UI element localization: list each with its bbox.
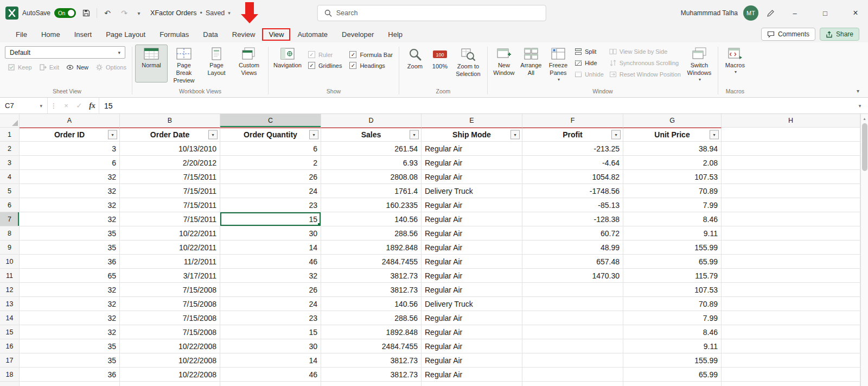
cell-C17[interactable]: 14 [220,353,321,368]
cell-G2[interactable]: 38.94 [623,142,722,156]
cell-G15[interactable]: 8.46 [623,325,722,339]
cell-E13[interactable]: Delivery Truck [422,297,522,311]
page-layout-button[interactable]: Page Layout [200,45,233,83]
cell-D3[interactable]: 6.93 [321,156,422,170]
cell-F6[interactable]: -85.13 [522,198,623,212]
row-header-1[interactable]: 1 [0,128,20,142]
cell-D17[interactable]: 3812.73 [321,353,422,368]
cell-H3[interactable] [722,156,860,170]
exit-button[interactable]: Exit [36,62,62,72]
cell-B12[interactable]: 7/15/2008 [120,283,220,297]
row-header-8[interactable]: 8 [0,226,20,241]
excel-app-icon[interactable] [5,7,18,20]
cell-C19[interactable] [220,382,321,386]
cell-H16[interactable] [722,339,860,353]
select-all-button[interactable] [0,114,20,128]
tab-page-layout[interactable]: Page Layout [99,28,152,41]
cell-C13[interactable]: 24 [220,297,321,311]
cell-D10[interactable]: 2484.7455 [321,255,422,269]
collapse-ribbon-chevron[interactable]: ▾ [857,88,859,94]
zoom-button[interactable]: Zoom [402,45,428,83]
cell-D4[interactable]: 2808.08 [321,170,422,184]
cell-D11[interactable]: 3812.73 [321,269,422,283]
table-header-order-quantity[interactable]: Order Quantity▾ [220,128,321,142]
fill-handle[interactable] [318,223,321,226]
row-header-2[interactable]: 2 [0,142,20,156]
cell-C4[interactable]: 26 [220,170,321,184]
filter-dropdown-button[interactable]: ▾ [309,130,318,140]
cell-E9[interactable]: Regular Air [422,241,522,255]
cell-C3[interactable]: 2 [220,156,321,170]
column-header-G[interactable]: G [623,114,722,128]
name-box[interactable]: C7 ▾ [0,98,48,113]
cell-D16[interactable]: 2484.7455 [321,339,422,353]
column-header-A[interactable]: A [20,114,120,128]
share-button[interactable]: Share [820,28,859,41]
navigation-button[interactable]: Navigation [271,45,304,83]
cell-E2[interactable]: Regular Air [422,142,522,156]
cancel-button[interactable]: × [60,102,73,110]
cell-F9[interactable]: 48.99 [522,241,623,255]
cell-A3[interactable]: 6 [20,156,120,170]
customize-quick-access-chevron[interactable]: ▾ [135,7,143,20]
cell-G18[interactable]: 65.99 [623,368,722,382]
tab-data[interactable]: Data [196,28,225,41]
cell-D5[interactable]: 1761.4 [321,184,422,198]
cell-G14[interactable]: 7.99 [623,311,722,325]
cell-C15[interactable]: 15 [220,325,321,339]
cell-A7[interactable]: 32 [20,212,120,226]
gridlines-checkbox[interactable]: ✓ Gridlines [308,62,342,69]
cell-G13[interactable]: 70.89 [623,297,722,311]
keep-button[interactable]: Keep [5,62,35,72]
tab-developer[interactable]: Developer [335,28,381,41]
row-header-11[interactable]: 11 [0,269,20,283]
cell-B11[interactable]: 3/17/2011 [120,269,220,283]
cell-D15[interactable]: 1892.848 [321,325,422,339]
cell-E19[interactable] [422,382,522,386]
cell-H18[interactable] [722,368,860,382]
cell-B17[interactable]: 10/22/2008 [120,353,220,368]
cell-H11[interactable] [722,269,860,283]
cell-C18[interactable]: 46 [220,368,321,382]
cell-F10[interactable]: 657.48 [522,255,623,269]
cell-H13[interactable] [722,297,860,311]
sheet-view-dropdown[interactable]: Default ▾ [5,46,125,59]
cell-H10[interactable] [722,255,860,269]
cell-G4[interactable]: 107.53 [623,170,722,184]
vertical-scrollbar[interactable]: ▴ [860,114,868,386]
cell-A19[interactable] [20,382,120,386]
cell-C12[interactable]: 26 [220,283,321,297]
unhide-button[interactable]: Unhide [572,69,607,79]
cell-H19[interactable] [722,382,860,386]
cell-F12[interactable] [522,283,623,297]
cell-G5[interactable]: 70.89 [623,184,722,198]
cell-G3[interactable]: 2.08 [623,156,722,170]
cell-F17[interactable] [522,353,623,368]
filter-dropdown-button[interactable]: ▾ [410,130,419,140]
tab-insert[interactable]: Insert [67,28,99,41]
cell-H2[interactable] [722,142,860,156]
options-button[interactable]: Options [93,62,129,72]
cell-B18[interactable]: 10/22/2008 [120,368,220,382]
row-header-9[interactable]: 9 [0,241,20,255]
cell-H8[interactable] [722,226,860,241]
row-header-19[interactable]: 19 [0,382,20,386]
insert-function-button[interactable]: fx [86,102,99,110]
cell-B2[interactable]: 10/13/2010 [120,142,220,156]
cell-H12[interactable] [722,283,860,297]
search-input[interactable] [336,9,539,17]
new-sheet-view-button[interactable]: New [63,62,91,72]
cell-C16[interactable]: 30 [220,339,321,353]
cell-F18[interactable] [522,368,623,382]
cell-G19[interactable] [623,382,722,386]
table-header-order-id[interactable]: Order ID▾ [20,128,120,142]
cell-C2[interactable]: 6 [220,142,321,156]
switch-windows-button[interactable]: Switch Windows▾ [684,45,715,84]
row-header-5[interactable]: 5 [0,184,20,198]
hide-button[interactable]: Hide [572,58,607,68]
cell-G10[interactable]: 65.99 [623,255,722,269]
page-break-preview-button[interactable]: Page Break Preview [168,45,200,85]
cell-C11[interactable]: 32 [220,269,321,283]
cell-A16[interactable]: 35 [20,339,120,353]
row-header-16[interactable]: 16 [0,339,20,353]
